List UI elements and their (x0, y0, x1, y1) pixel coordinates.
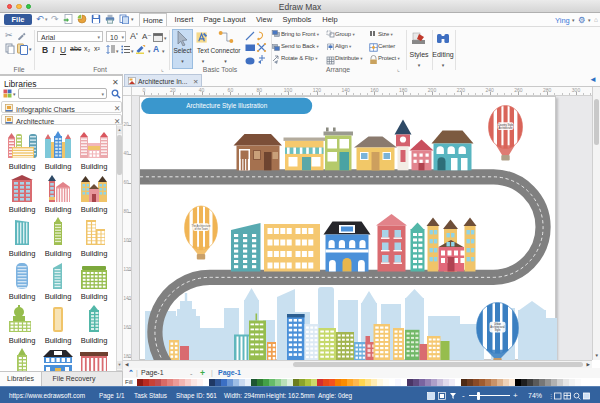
svg-text:Architecture: Architecture (498, 126, 512, 130)
svg-text:Architecture Style Illustratio: Architecture Style Illustration (186, 102, 267, 110)
svg-text:Style: Style (494, 328, 500, 332)
svg-text:of the Town: of the Town (194, 227, 208, 231)
